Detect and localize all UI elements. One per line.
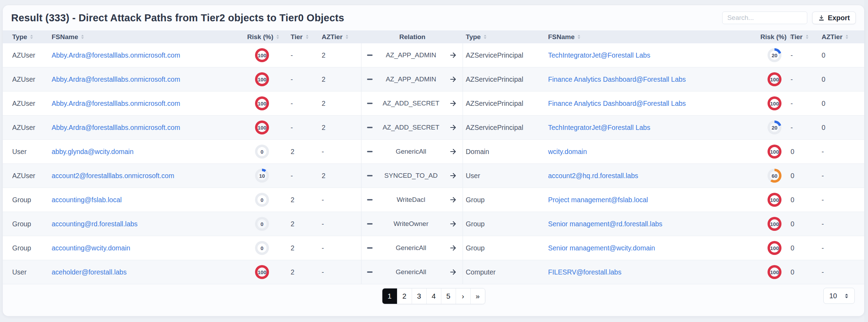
relation-cell: WriteDacl <box>361 188 463 212</box>
source-risk-ring: 100 <box>255 92 269 115</box>
col-header-target-type[interactable]: Type <box>466 30 487 43</box>
source-type: User <box>12 260 27 284</box>
source-fsname-link[interactable]: Abby.Ardra@forestalllabs.onmicrosoft.com <box>52 67 180 91</box>
source-type: User <box>12 140 27 163</box>
page-button-1[interactable]: 1 <box>382 288 397 304</box>
target-risk-ring: 100 <box>768 212 781 236</box>
page-size-select[interactable]: 10 <box>823 288 855 304</box>
table-header: Type FSName Risk (%) Tier AZTier Relatio… <box>3 30 864 43</box>
source-risk-ring: 0 <box>255 212 269 236</box>
source-fsname-link[interactable]: Abby.Ardra@forestalllabs.onmicrosoft.com <box>52 116 180 139</box>
col-header-source-risk[interactable]: Risk (%) <box>247 30 280 43</box>
target-fsname-link[interactable]: Finance Analytics Dashboard@Forestall La… <box>548 92 686 115</box>
source-fsname-link[interactable]: accounting@rd.forestall.labs <box>52 212 137 236</box>
target-tier: 0 <box>791 260 794 284</box>
relation-cell: SYNCED_TO_AD <box>361 164 463 188</box>
page-button-5[interactable]: 5 <box>441 288 456 304</box>
target-risk-ring: 20 <box>768 43 781 67</box>
source-aztier: 2 <box>322 43 326 67</box>
source-fsname-link[interactable]: account2@forestalllabs.onmicrosoft.com <box>52 164 174 188</box>
target-fsname-link[interactable]: account2@hq.rd.forestall.labs <box>548 164 638 188</box>
dash-icon <box>367 271 373 273</box>
relation-label: AZ_APP_ADMIN <box>373 75 449 83</box>
source-tier: - <box>291 116 293 139</box>
target-fsname-link[interactable]: Senior management@wcity.domain <box>548 236 655 260</box>
col-header-target-fsname[interactable]: FSName <box>548 30 581 43</box>
source-aztier: - <box>322 236 324 260</box>
sort-icon <box>577 34 581 39</box>
target-type: User <box>466 164 480 188</box>
source-type: Group <box>12 236 31 260</box>
table-row: AZUser Abby.Ardra@forestalllabs.onmicros… <box>3 92 864 116</box>
col-header-relation: Relation <box>399 30 426 43</box>
col-header-source-tier[interactable]: Tier <box>291 30 309 43</box>
source-type: Group <box>12 212 31 236</box>
source-risk-ring: 100 <box>255 116 269 139</box>
page-button-3[interactable]: 3 <box>412 288 426 304</box>
arrow-right-icon <box>449 196 457 204</box>
sort-icon <box>30 34 33 39</box>
col-header-target-tier[interactable]: Tier <box>791 30 809 43</box>
source-fsname-link[interactable]: accounting@fslab.local <box>52 188 122 212</box>
source-risk-ring: 10 <box>255 164 269 188</box>
pagination-zone: 12345›» <box>3 288 864 304</box>
table-row: User aceholder@forestall.labs 100 2 - Ge… <box>3 260 864 284</box>
search-input[interactable] <box>722 12 807 24</box>
source-risk-ring: 0 <box>255 140 269 163</box>
export-button[interactable]: Export <box>812 12 856 24</box>
sort-icon <box>483 34 487 39</box>
col-header-target-risk[interactable]: Risk (%) <box>761 30 793 43</box>
scrollbar-track[interactable] <box>864 0 868 322</box>
table-body: AZUser Abby.Ardra@forestalllabs.onmicros… <box>3 43 864 284</box>
source-fsname-link[interactable]: accounting@wcity.domain <box>52 236 130 260</box>
sort-icon <box>805 34 809 39</box>
source-fsname-link[interactable]: Abby.Ardra@forestalllabs.onmicrosoft.com <box>52 92 180 115</box>
target-fsname-link[interactable]: TechIntegratorJet@Forestall Labs <box>548 116 650 139</box>
results-card: Result (333) - Direct Attack Paths from … <box>3 5 864 316</box>
page-button-4[interactable]: 4 <box>426 288 441 304</box>
col-header-source-type[interactable]: Type <box>12 30 33 43</box>
relation-label: AZ_ADD_SECRET <box>373 124 449 131</box>
target-aztier: 0 <box>822 92 825 115</box>
source-fsname-link[interactable]: aceholder@forestall.labs <box>52 260 127 284</box>
target-fsname-link[interactable]: Senior management@rd.forestall.labs <box>548 212 663 236</box>
relation-label: SYNCED_TO_AD <box>373 172 449 180</box>
target-fsname-link[interactable]: FILESRV@forestall.labs <box>548 260 621 284</box>
arrow-right-icon <box>449 124 457 131</box>
next-page-button[interactable]: › <box>456 288 470 304</box>
toolbar: Export <box>722 12 856 24</box>
target-type: Computer <box>466 260 496 284</box>
dash-icon <box>367 247 373 249</box>
source-tier: - <box>291 92 293 115</box>
col-header-source-aztier[interactable]: AZTier <box>322 30 349 43</box>
source-tier: - <box>291 164 293 188</box>
dash-icon <box>367 103 373 104</box>
arrow-right-icon <box>449 172 457 180</box>
relation-label: GenericAll <box>373 148 449 155</box>
target-risk-ring: 60 <box>768 164 781 188</box>
source-tier: 2 <box>291 212 294 236</box>
page-button-2[interactable]: 2 <box>397 288 412 304</box>
target-fsname-link[interactable]: wcity.domain <box>548 140 587 163</box>
source-tier: 2 <box>291 260 294 284</box>
col-header-source-fsname[interactable]: FSName <box>52 30 84 43</box>
target-aztier: 0 <box>822 67 825 91</box>
target-fsname-link[interactable]: TechIntegratorJet@Forestall Labs <box>548 43 650 67</box>
source-aztier: - <box>322 260 324 284</box>
last-page-button[interactable]: » <box>470 288 485 304</box>
target-type: AZServicePrincipal <box>466 43 523 67</box>
target-fsname-link[interactable]: Project management@fslab.local <box>548 188 648 212</box>
source-fsname-link[interactable]: Abby.Ardra@forestalllabs.onmicrosoft.com <box>52 43 180 67</box>
relation-cell: WriteOwner <box>361 212 463 236</box>
dash-icon <box>367 151 373 153</box>
dash-icon <box>367 223 373 225</box>
relation-cell: AZ_ADD_SECRET <box>361 116 463 139</box>
sort-icon <box>276 34 279 39</box>
arrow-right-icon <box>449 51 457 59</box>
target-fsname-link[interactable]: Finance Analytics Dashboard@Forestall La… <box>548 67 686 91</box>
col-header-target-aztier[interactable]: AZTier <box>822 30 849 43</box>
target-risk-ring: 100 <box>768 67 781 91</box>
source-fsname-link[interactable]: abby.glynda@wcity.domain <box>52 140 134 163</box>
target-tier: 0 <box>791 164 794 188</box>
target-tier: 0 <box>791 140 794 163</box>
